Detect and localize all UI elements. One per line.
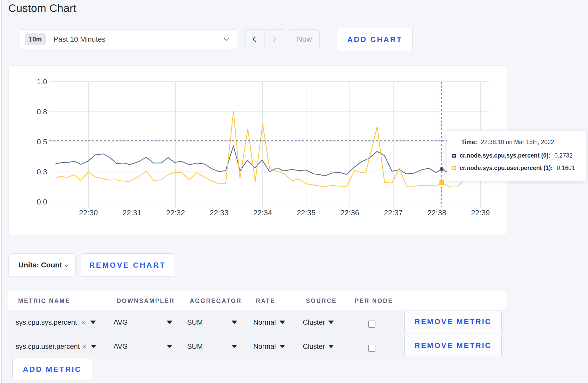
svg-text:22:38: 22:38 xyxy=(428,209,446,217)
remove-metric-button[interactable]: REMOVE METRIC xyxy=(404,334,502,357)
chart-card: 0.00.30.50.81.022:3022:3122:3222:3322:34… xyxy=(8,65,507,235)
source-select[interactable]: Cluster xyxy=(303,342,325,350)
col-metric-name: METRIC NAME xyxy=(18,297,70,304)
window-left-edge xyxy=(0,0,2,383)
svg-text:0.3: 0.3 xyxy=(37,168,47,176)
series-sys-legend-icon xyxy=(452,154,456,158)
rate-select[interactable]: Normal xyxy=(253,342,276,350)
source-caret-icon[interactable] xyxy=(328,321,334,324)
rate-select[interactable]: Normal xyxy=(253,318,276,326)
tooltip-series-label: cr.node.sys.cpu.sys.percent (0): xyxy=(460,152,550,159)
tooltip-series-value: 0.1601 xyxy=(557,165,575,172)
next-window-button[interactable] xyxy=(264,30,284,49)
downsampler-caret-icon[interactable] xyxy=(167,345,172,348)
downsampler-caret-icon[interactable] xyxy=(167,321,172,324)
svg-text:22:33: 22:33 xyxy=(210,209,229,217)
svg-text:22:31: 22:31 xyxy=(123,209,142,217)
tooltip-time-value: 22:38:10 on Mar 15th, 2022 xyxy=(481,139,554,146)
aggregator-caret-icon[interactable] xyxy=(232,345,237,348)
svg-text:0.8: 0.8 xyxy=(37,108,47,116)
metrics-table-body: sys.cpu.sys.percent × AVG SUM Normal Clu… xyxy=(8,310,506,358)
svg-text:22:34: 22:34 xyxy=(253,209,272,217)
time-range-badge: 10m xyxy=(25,33,46,45)
units-label: Units: Count xyxy=(18,261,62,269)
remove-chart-button[interactable]: REMOVE CHART xyxy=(81,253,174,277)
metric-name-caret-icon[interactable] xyxy=(91,345,96,348)
metric-name-caret-icon[interactable] xyxy=(90,321,96,324)
tooltip-series-label: cr.node.sys.cpu.user.percent (1): xyxy=(460,165,553,172)
remove-metric-x-icon[interactable]: × xyxy=(82,341,87,351)
page-title: Custom Chart xyxy=(8,2,76,15)
add-metric-button[interactable]: ADD METRIC xyxy=(12,358,92,380)
svg-text:22:30: 22:30 xyxy=(79,209,98,217)
col-aggregator: AGGREGATOR xyxy=(190,297,242,304)
chevron-down-icon xyxy=(65,263,69,267)
aggregator-select[interactable]: SUM xyxy=(187,342,203,350)
aggregator-caret-icon[interactable] xyxy=(232,321,237,324)
col-downsampler: DOWNSAMPLER xyxy=(117,297,175,304)
units-select[interactable]: Units: Count xyxy=(8,253,76,277)
per-node-checkbox[interactable] xyxy=(368,321,375,328)
aggregator-select[interactable]: SUM xyxy=(187,318,203,326)
remove-metric-button[interactable]: REMOVE METRIC xyxy=(404,310,502,333)
metrics-table: METRIC NAME DOWNSAMPLER AGGREGATOR RATE … xyxy=(8,291,506,358)
remove-metric-x-icon[interactable]: × xyxy=(81,317,86,327)
config-divider xyxy=(8,29,8,49)
time-range-label: Past 10 Minutes xyxy=(53,35,106,44)
prev-window-button[interactable] xyxy=(244,30,264,49)
col-rate: RATE xyxy=(256,297,275,304)
line-chart[interactable]: 0.00.30.50.81.022:3022:3122:3222:3322:34… xyxy=(9,66,507,235)
chevron-left-icon xyxy=(252,37,258,42)
svg-text:22:32: 22:32 xyxy=(166,209,185,217)
svg-text:22:36: 22:36 xyxy=(340,209,359,217)
svg-text:22:37: 22:37 xyxy=(384,209,403,217)
per-node-checkbox[interactable] xyxy=(368,345,375,352)
now-button[interactable]: Now xyxy=(289,29,320,49)
source-select[interactable]: Cluster xyxy=(303,318,325,326)
rate-caret-icon[interactable] xyxy=(279,345,285,348)
chevron-down-icon xyxy=(224,36,229,41)
rate-caret-icon[interactable] xyxy=(279,321,285,324)
svg-text:22:35: 22:35 xyxy=(297,209,316,217)
chart-tooltip: Time: 22:38:10 on Mar 15th, 2022 cr.node… xyxy=(447,130,586,181)
tooltip-series-value: 0.2732 xyxy=(554,152,572,159)
metric-name-value[interactable]: sys.cpu.user.percent xyxy=(16,342,80,350)
time-range-select[interactable]: 10m Past 10 Minutes xyxy=(20,29,237,49)
add-chart-button[interactable]: ADD CHART xyxy=(337,28,413,51)
tooltip-time-label: Time: xyxy=(461,139,477,146)
col-source: SOURCE xyxy=(306,297,337,304)
metrics-table-header: METRIC NAME DOWNSAMPLER AGGREGATOR RATE … xyxy=(8,291,506,310)
time-window-arrows xyxy=(244,29,284,49)
svg-text:0.5: 0.5 xyxy=(37,138,47,146)
source-caret-icon[interactable] xyxy=(328,345,334,348)
svg-text:22:39: 22:39 xyxy=(471,209,490,217)
svg-text:0.0: 0.0 xyxy=(37,198,47,206)
series-user-legend-icon xyxy=(452,166,456,170)
svg-text:1.0: 1.0 xyxy=(37,77,47,86)
col-per-node: PER NODE xyxy=(355,297,393,304)
downsampler-select[interactable]: AVG xyxy=(114,318,128,326)
metric-name-value[interactable]: sys.cpu.sys.percent xyxy=(16,318,77,326)
chevron-right-icon xyxy=(271,37,276,42)
downsampler-select[interactable]: AVG xyxy=(114,342,128,350)
